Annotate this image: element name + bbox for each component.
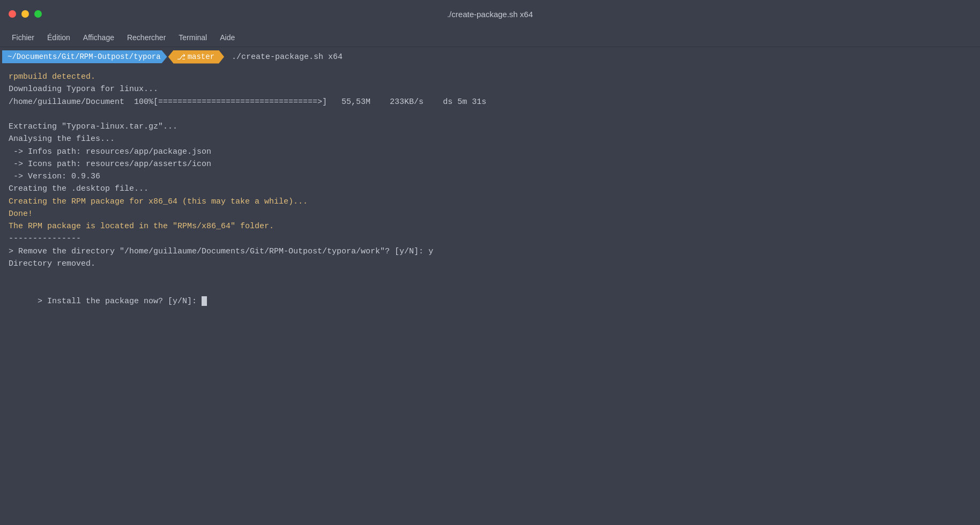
line-4-empty: [9, 108, 971, 121]
menu-terminal[interactable]: Terminal: [173, 31, 212, 44]
menu-edition[interactable]: Édition: [42, 31, 76, 44]
cursor: [202, 296, 207, 306]
path-segment: ~/Documents/Git/RPM-Outpost/typora: [2, 50, 167, 63]
title-bar: ./create-package.sh x64: [0, 0, 980, 28]
line-5: Extracting "Typora-linux.tar.gz"...: [9, 121, 971, 133]
menu-aide[interactable]: Aide: [214, 31, 240, 44]
window-controls: [9, 10, 42, 18]
line-18: > Install the package now? [y/N]:: [9, 282, 971, 320]
branch-text: master: [188, 52, 214, 61]
line-2: Downloading Typora for linux...: [9, 83, 971, 95]
line-8: -> Icons path: resources/app/asserts/ico…: [9, 158, 971, 170]
minimize-button[interactable]: [21, 10, 29, 18]
line-3: /home/guillaume/Document 100%[==========…: [9, 96, 971, 108]
git-segment: ⎇ master: [168, 50, 224, 64]
line-13: The RPM package is located in the "RPMs/…: [9, 220, 971, 232]
line-6: Analysing the files...: [9, 133, 971, 145]
line-7: -> Infos path: resources/app/package.jso…: [9, 146, 971, 158]
path-text: ~/Documents/Git/RPM-Outpost/typora: [8, 52, 161, 61]
command-text: ./create-package.sh x64: [225, 52, 343, 62]
maximize-button[interactable]: [34, 10, 42, 18]
window-title: ./create-package.sh x64: [447, 10, 533, 19]
line-14: ---------------: [9, 232, 971, 245]
line-9: -> Version: 0.9.36: [9, 170, 971, 183]
line-16: Directory removed.: [9, 258, 971, 270]
line-11: Creating the RPM package for x86_64 (thi…: [9, 196, 971, 208]
close-button[interactable]: [9, 10, 16, 18]
line-1: rpmbuild detected.: [9, 71, 971, 83]
menu-affichage[interactable]: Affichage: [78, 31, 120, 44]
git-icon: ⎇: [177, 52, 185, 62]
line-15: > Remove the directory "/home/guillaume/…: [9, 245, 971, 258]
line-12: Done!: [9, 208, 971, 220]
terminal-content[interactable]: rpmbuild detected. Downloading Typora fo…: [0, 66, 980, 525]
menu-rechercher[interactable]: Rechercher: [122, 31, 171, 44]
prompt-bar: ~/Documents/Git/RPM-Outpost/typora ⎇ mas…: [0, 47, 980, 66]
menu-bar: Fichier Édition Affichage Rechercher Ter…: [0, 28, 980, 47]
line-17-empty: [9, 270, 971, 282]
terminal-window: ./create-package.sh x64 Fichier Édition …: [0, 0, 980, 525]
menu-fichier[interactable]: Fichier: [6, 31, 40, 44]
line-10: Creating the .desktop file...: [9, 183, 971, 195]
